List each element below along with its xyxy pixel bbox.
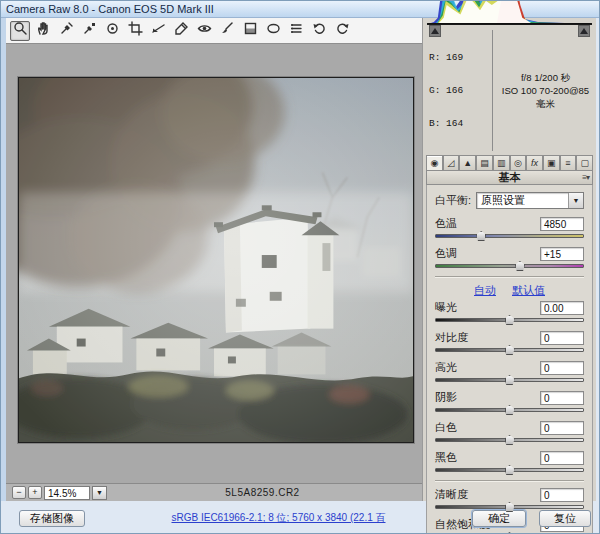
- shadows-thumb[interactable]: [505, 405, 515, 415]
- tab-split-toning[interactable]: ▥: [493, 155, 510, 170]
- white-balance-value: 原照设置: [477, 193, 568, 208]
- hand-tool-button[interactable]: [33, 21, 53, 41]
- histogram-plot: [428, 0, 591, 24]
- tab-hsl[interactable]: ▤: [476, 155, 493, 170]
- straighten-tool-button[interactable]: [148, 21, 168, 41]
- adjustment-brush-tool-button[interactable]: [217, 21, 237, 41]
- tab-camera-calibration[interactable]: ▣: [543, 155, 560, 170]
- tint-thumb[interactable]: [515, 261, 525, 271]
- slider-tint: 色调+15: [435, 246, 584, 272]
- spot-removal-tool-button[interactable]: [171, 21, 191, 41]
- targeted-adjustment-tool-button[interactable]: [102, 21, 122, 41]
- workflow-options: sRGB IEC61966-2.1; 8 位; 5760 x 3840 (22.…: [93, 511, 464, 525]
- slider-exposure: 曝光0.00: [435, 300, 584, 326]
- contrast-track[interactable]: [435, 345, 584, 356]
- temperature-value[interactable]: 4850: [540, 217, 584, 231]
- color-sampler-icon: [82, 21, 97, 40]
- tab-tone-curve[interactable]: ◿: [443, 155, 460, 170]
- whites-track[interactable]: [435, 435, 584, 446]
- clarity-thumb[interactable]: [505, 502, 515, 512]
- white-balance-label: 白平衡:: [435, 193, 471, 208]
- filename-label: 5L5A8259.CR2: [109, 487, 416, 498]
- tone-curve-icon: ◿: [448, 158, 455, 168]
- blacks-track[interactable]: [435, 465, 584, 476]
- red-eye-tool-button[interactable]: [194, 21, 214, 41]
- crop-icon: [128, 21, 143, 40]
- tab-snapshots[interactable]: ▢: [576, 155, 593, 170]
- panel-menu-icon[interactable]: ≡▾: [582, 173, 589, 182]
- contrast-thumb[interactable]: [505, 345, 515, 355]
- workflow-link[interactable]: sRGB IEC61966-2.1; 8 位; 5760 x 3840 (22.…: [171, 512, 385, 523]
- highlight-clipping-toggle[interactable]: [578, 25, 590, 37]
- tab-effects[interactable]: fx: [526, 155, 543, 170]
- photo-image: [19, 78, 413, 442]
- clarity-track[interactable]: [435, 502, 584, 513]
- tab-basic[interactable]: ◉: [426, 155, 443, 170]
- panel-title: 基本 ≡▾: [426, 170, 593, 185]
- radial-filter-icon: [266, 21, 281, 40]
- color-sampler-tool-button[interactable]: [79, 21, 99, 41]
- white-balance-tool-button[interactable]: [56, 21, 76, 41]
- highlights-thumb[interactable]: [505, 375, 515, 385]
- main-area: − + 14.5% ▼ 5L5A8259.CR2: [1, 18, 599, 501]
- highlights-value[interactable]: 0: [540, 361, 584, 375]
- clarity-label: 清晰度: [435, 487, 468, 502]
- exposure-track[interactable]: [435, 315, 584, 326]
- photo-preview[interactable]: [18, 77, 414, 443]
- crop-tool-button[interactable]: [125, 21, 145, 41]
- shadow-clipping-icon: [431, 28, 439, 34]
- rgb-readout: R: 169 G: 166 B: 164: [429, 30, 486, 151]
- tab-detail[interactable]: ▲: [459, 155, 476, 170]
- temperature-track[interactable]: [435, 231, 584, 242]
- highlights-track[interactable]: [435, 375, 584, 386]
- rotate-right-icon: [335, 21, 350, 40]
- whites-value[interactable]: 0: [540, 421, 584, 435]
- rotate-left-button[interactable]: [309, 21, 329, 41]
- panel-title-label: 基本: [499, 170, 521, 185]
- default-link[interactable]: 默认值: [512, 283, 545, 298]
- tint-value[interactable]: +15: [540, 247, 584, 261]
- b-value: B: 164: [429, 118, 486, 129]
- shadows-track[interactable]: [435, 405, 584, 416]
- slider-blacks: 黑色0: [435, 450, 584, 476]
- graduated-filter-tool-button[interactable]: [240, 21, 260, 41]
- slider-temperature: 色温4850: [435, 216, 584, 242]
- lens-icon: ◎: [514, 158, 522, 168]
- preferences-icon: [289, 21, 304, 40]
- tab-lens-corrections[interactable]: ◎: [510, 155, 527, 170]
- auto-link[interactable]: 自动: [474, 283, 496, 298]
- white-balance-select[interactable]: 原照设置 ▼: [476, 192, 584, 209]
- zoom-level-dropdown[interactable]: ▼: [92, 486, 107, 500]
- white-balance-row: 白平衡: 原照设置 ▼: [435, 192, 584, 209]
- preferences-tool-button[interactable]: [286, 21, 306, 41]
- highlights-label: 高光: [435, 360, 457, 375]
- iso-lens-label: ISO 100 70-200@85 毫米: [499, 84, 592, 110]
- shadow-clipping-toggle[interactable]: [429, 25, 441, 37]
- presets-icon: ≡: [565, 158, 570, 168]
- zoom-icon: [13, 21, 28, 40]
- rotate-right-button[interactable]: [332, 21, 352, 41]
- tab-presets[interactable]: ≡: [560, 155, 577, 170]
- save-image-button[interactable]: 存储图像: [19, 510, 85, 527]
- camera-raw-window: Camera Raw 8.0 - Canon EOS 5D Mark III: [0, 0, 600, 534]
- split-toning-icon: ▥: [497, 158, 506, 168]
- clarity-value[interactable]: 0: [540, 488, 584, 502]
- zoom-level-field[interactable]: 14.5%: [44, 486, 90, 500]
- slider-contrast: 对比度0: [435, 330, 584, 356]
- blacks-thumb[interactable]: [505, 465, 515, 475]
- temperature-thumb[interactable]: [476, 231, 486, 241]
- shadows-label: 阴影: [435, 390, 457, 405]
- radial-filter-tool-button[interactable]: [263, 21, 283, 41]
- basic-icon: ◉: [430, 158, 438, 168]
- zoom-out-button[interactable]: −: [12, 486, 26, 499]
- exposure-thumb[interactable]: [505, 315, 515, 325]
- shadows-value[interactable]: 0: [540, 391, 584, 405]
- zoom-in-button[interactable]: +: [28, 486, 42, 499]
- exposure-value[interactable]: 0.00: [540, 301, 584, 315]
- blacks-value[interactable]: 0: [540, 451, 584, 465]
- contrast-value[interactable]: 0: [540, 331, 584, 345]
- whites-thumb[interactable]: [505, 435, 515, 445]
- tint-track[interactable]: [435, 261, 584, 272]
- tint-label: 色调: [435, 246, 457, 261]
- zoom-tool-button[interactable]: [10, 21, 30, 41]
